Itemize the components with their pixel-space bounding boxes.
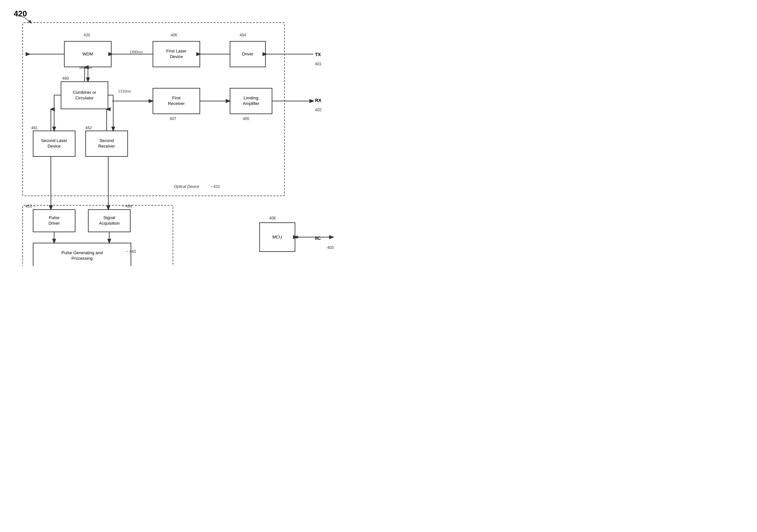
- first-laser-ref: 406: [171, 33, 177, 37]
- w1310-label: 1310nm: [118, 89, 131, 93]
- ref431: ~ 431: [210, 184, 220, 189]
- mcu-ref: 408: [269, 216, 276, 221]
- signal-acq-ref: ~ 464: [122, 204, 132, 209]
- w1490-label: 1490nm: [130, 50, 143, 54]
- w1625-label: 1625nm: [79, 66, 92, 70]
- optical-device-label: Optical Device: [174, 184, 199, 189]
- second-laser-block: Second LaserDevice: [33, 131, 76, 157]
- limiting-amp-ref: 405: [243, 116, 249, 121]
- second-receiver-ref: 462: [85, 126, 92, 130]
- limiting-amp-block: LimitingAmplifier: [230, 88, 272, 114]
- pulse-driver-block: PulseDriver: [33, 209, 76, 232]
- mcu-block: MCU: [259, 222, 295, 252]
- combiner-ref: 460: [62, 76, 69, 81]
- tx-label: TX: [315, 52, 321, 57]
- pulse-driver-ref: 463 ~: [25, 204, 35, 209]
- signal-acq-block: SignalAcquisition: [88, 209, 131, 232]
- diagram: 420 Optical Device ~ 431 OTDR Module ~ 4…: [0, 0, 378, 266]
- pulse-gen-block: Pulse Generating andProcessing: [33, 243, 131, 266]
- wdm-block: WDM: [64, 41, 111, 67]
- first-receiver-ref: 407: [170, 116, 176, 121]
- combiner-block: Combiner orCirculator: [61, 81, 108, 109]
- iic-label: IIC: [315, 235, 321, 241]
- second-laser-ref: 461: [31, 126, 38, 130]
- rx-label: RX: [315, 98, 321, 103]
- ref403: 403: [327, 245, 334, 250]
- wdm-ref: 420: [84, 33, 90, 37]
- first-receiver-block: FirstReceiver: [153, 88, 200, 114]
- driver-ref: 404: [240, 33, 246, 37]
- driver-block: Driver: [230, 41, 266, 67]
- svg-point-20: [296, 236, 298, 238]
- ref402: 402: [315, 107, 321, 112]
- second-receiver-block: SecondReceiver: [85, 131, 128, 157]
- pulse-gen-ref: ~ 465: [126, 249, 136, 254]
- ref401: 401: [315, 62, 321, 66]
- first-laser-block: First LaserDevice: [153, 41, 200, 67]
- main-ref-label: 420: [14, 9, 27, 18]
